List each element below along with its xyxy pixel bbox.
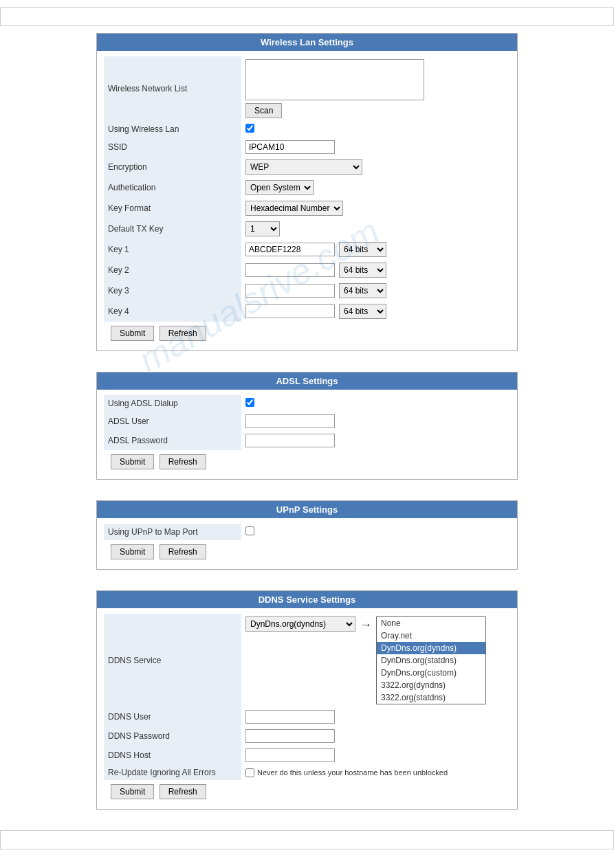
ddns-option-3322dyndns[interactable]: 3322.org(dyndns) bbox=[377, 679, 485, 691]
key-format-select[interactable]: Hexadecimal Number ASCII String bbox=[245, 201, 343, 216]
key4-input[interactable] bbox=[245, 304, 335, 318]
adsl-user-row: ADSL User bbox=[104, 412, 510, 431]
ddns-refresh-button[interactable]: Refresh bbox=[160, 784, 206, 799]
key1-input[interactable] bbox=[245, 243, 335, 256]
wireless-lan-title: Wireless Lan Settings bbox=[97, 34, 517, 51]
key2-row: Key 2 64 bits 128 bits bbox=[104, 260, 510, 280]
ddns-host-input[interactable] bbox=[245, 748, 335, 762]
key2-bits-select[interactable]: 64 bits 128 bits bbox=[339, 263, 386, 278]
wireless-button-row: Submit Refresh bbox=[104, 322, 510, 345]
upnp-panel: UPnP Settings Using UPnP to Map Port Sub… bbox=[96, 500, 518, 570]
re-update-note: Never do this unless your hostname has b… bbox=[257, 768, 448, 777]
ddns-user-row: DDNS User bbox=[104, 707, 510, 726]
ssid-row: SSID bbox=[104, 137, 510, 157]
re-update-row: Re-Update Ignoring All Errors Never do t… bbox=[104, 765, 510, 780]
adsl-panel: ADSL Settings Using ADSL Dialup ADSL Use… bbox=[96, 372, 518, 480]
adsl-title: ADSL Settings bbox=[97, 372, 517, 390]
adsl-password-label: ADSL Password bbox=[104, 431, 241, 450]
ddns-password-label: DDNS Password bbox=[104, 726, 241, 746]
key1-row: Key 1 64 bits 128 bits bbox=[104, 239, 510, 260]
upnp-refresh-button[interactable]: Refresh bbox=[160, 544, 206, 559]
using-wireless-lan-row: Using Wireless Lan bbox=[104, 121, 510, 137]
using-adsl-checkbox[interactable] bbox=[245, 398, 254, 407]
key3-row: Key 3 64 bits 128 bits bbox=[104, 280, 510, 301]
upnp-button-row: Submit Refresh bbox=[104, 540, 510, 564]
network-list-label: Wireless Network List bbox=[104, 56, 241, 121]
re-update-row-inner: Never do this unless your hostname has b… bbox=[245, 768, 506, 777]
encryption-select[interactable]: WEP None WPA WPA2 bbox=[245, 159, 362, 175]
ddns-host-row: DDNS Host bbox=[104, 746, 510, 765]
key2-label: Key 2 bbox=[104, 260, 241, 280]
network-list-box bbox=[245, 59, 424, 100]
default-tx-key-row: Default TX Key 1 2 3 4 bbox=[104, 219, 510, 239]
encryption-label: Encryption bbox=[104, 157, 241, 177]
encryption-row: Encryption WEP None WPA WPA2 bbox=[104, 157, 510, 177]
adsl-submit-button[interactable]: Submit bbox=[111, 454, 154, 469]
using-upnp-row: Using UPnP to Map Port bbox=[104, 524, 510, 540]
ddns-service-cell: None Oray.net DynDns.org(dyndns) DynDns.… bbox=[245, 616, 506, 704]
upnp-title: UPnP Settings bbox=[97, 501, 517, 518]
arrow-icon: → bbox=[360, 618, 372, 632]
ddns-service-select[interactable]: None Oray.net DynDns.org(dyndns) DynDns.… bbox=[245, 616, 355, 632]
ddns-option-statdns[interactable]: DynDns.org(statdns) bbox=[377, 654, 485, 667]
ddns-option-3322statdns[interactable]: 3322.org(statdns) bbox=[377, 691, 485, 704]
wireless-refresh-button[interactable]: Refresh bbox=[160, 326, 206, 341]
key2-input[interactable] bbox=[245, 263, 335, 277]
ddns-button-row: Submit Refresh bbox=[104, 780, 510, 803]
ddns-service-row: DDNS Service None Oray.net DynDns.org(dy… bbox=[104, 614, 510, 707]
ddns-option-dyndns[interactable]: DynDns.org(dyndns) bbox=[377, 642, 485, 654]
authentication-select[interactable]: Open System Shared Key bbox=[245, 180, 314, 195]
using-wireless-lan-checkbox[interactable] bbox=[245, 124, 254, 133]
authentication-row: Authetication Open System Shared Key bbox=[104, 177, 510, 198]
default-tx-key-label: Default TX Key bbox=[104, 219, 241, 239]
ddns-password-row: DDNS Password bbox=[104, 726, 510, 746]
adsl-password-input[interactable] bbox=[245, 434, 335, 447]
ddns-password-input[interactable] bbox=[245, 729, 335, 743]
adsl-button-row: Submit Refresh bbox=[104, 450, 510, 474]
using-upnp-label: Using UPnP to Map Port bbox=[104, 524, 241, 540]
key3-bits-select[interactable]: 64 bits 128 bits bbox=[339, 283, 386, 298]
key3-label: Key 3 bbox=[104, 280, 241, 301]
default-tx-key-select[interactable]: 1 2 3 4 bbox=[245, 221, 280, 236]
ddns-option-custom[interactable]: DynDns.org(custom) bbox=[377, 667, 485, 679]
ddns-title: DDNS Service Settings bbox=[97, 591, 517, 608]
adsl-table: Using ADSL Dialup ADSL User ADSL Passwor… bbox=[104, 395, 510, 450]
adsl-refresh-button[interactable]: Refresh bbox=[160, 454, 206, 469]
key-format-label: Key Format bbox=[104, 198, 241, 219]
upnp-submit-button[interactable]: Submit bbox=[111, 544, 154, 559]
ddns-service-label: DDNS Service bbox=[104, 614, 241, 707]
re-update-label: Re-Update Ignoring All Errors bbox=[104, 765, 241, 780]
key2-row-inner: 64 bits 128 bits bbox=[245, 263, 506, 278]
ddns-user-input[interactable] bbox=[245, 710, 335, 724]
ssid-input[interactable] bbox=[245, 140, 335, 154]
key1-label: Key 1 bbox=[104, 239, 241, 260]
ddns-table: DDNS Service None Oray.net DynDns.org(dy… bbox=[104, 614, 510, 780]
key3-row-inner: 64 bits 128 bits bbox=[245, 283, 506, 298]
ddns-option-none[interactable]: None bbox=[377, 617, 485, 630]
key-format-row: Key Format Hexadecimal Number ASCII Stri… bbox=[104, 198, 510, 219]
key1-bits-select[interactable]: 64 bits 128 bits bbox=[339, 242, 386, 257]
wireless-lan-panel: Wireless Lan Settings Wireless Network L… bbox=[96, 33, 518, 351]
scan-button[interactable]: Scan bbox=[245, 103, 282, 118]
adsl-password-row: ADSL Password bbox=[104, 431, 510, 450]
key4-row-inner: 64 bits 128 bits bbox=[245, 304, 506, 319]
key4-row: Key 4 64 bits 128 bits bbox=[104, 301, 510, 322]
key4-bits-select[interactable]: 64 bits 128 bits bbox=[339, 304, 386, 319]
re-update-checkbox[interactable] bbox=[245, 768, 254, 777]
using-wireless-lan-label: Using Wireless Lan bbox=[104, 121, 241, 137]
authentication-label: Authetication bbox=[104, 177, 241, 198]
key1-row-inner: 64 bits 128 bits bbox=[245, 242, 506, 257]
wireless-submit-button[interactable]: Submit bbox=[111, 326, 154, 341]
key3-input[interactable] bbox=[245, 284, 335, 298]
ddns-submit-button[interactable]: Submit bbox=[111, 784, 154, 799]
adsl-user-input[interactable] bbox=[245, 414, 335, 428]
ddns-option-oray[interactable]: Oray.net bbox=[377, 630, 485, 642]
ddns-user-label: DDNS User bbox=[104, 707, 241, 726]
ssid-label: SSID bbox=[104, 137, 241, 157]
ddns-dropdown-popup[interactable]: None Oray.net DynDns.org(dyndns) DynDns.… bbox=[376, 616, 486, 704]
using-upnp-checkbox[interactable] bbox=[245, 526, 254, 535]
upnp-table: Using UPnP to Map Port bbox=[104, 524, 510, 540]
using-adsl-label: Using ADSL Dialup bbox=[104, 395, 241, 412]
wireless-lan-table: Wireless Network List Scan Using Wireles… bbox=[104, 56, 510, 322]
ddns-host-label: DDNS Host bbox=[104, 746, 241, 765]
